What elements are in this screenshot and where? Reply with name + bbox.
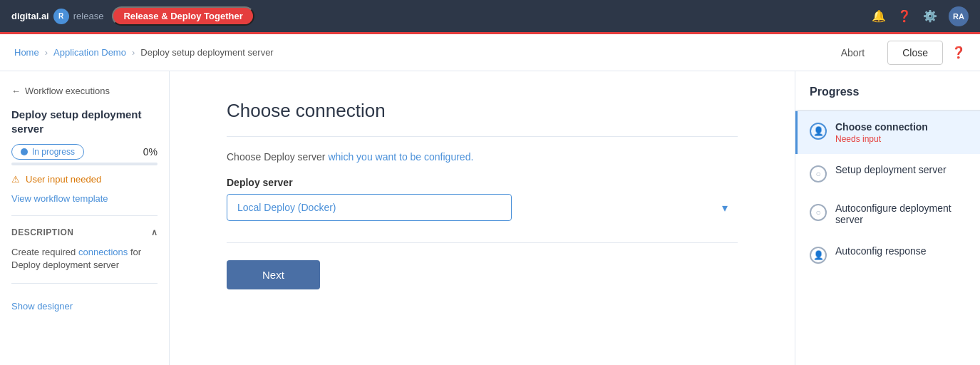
progress-item-2[interactable]: ○ Autoconfigure deployment server (795, 192, 980, 235)
deploy-server-select[interactable]: Local Deploy (Docker) (227, 194, 512, 221)
view-template-link[interactable]: View workflow template (11, 193, 158, 204)
progress-icon-2: ○ (810, 204, 827, 221)
select-wrap: Local Deploy (Docker) ▾ (227, 194, 738, 221)
progress-panel-title: Progress (795, 86, 980, 110)
breadcrumb-current: Deploy setup deployment server (140, 47, 273, 58)
progress-item-1[interactable]: ○ Setup deployment server (795, 154, 980, 192)
show-designer-link[interactable]: Show designer (11, 301, 158, 312)
progress-icon-3: 👤 (810, 247, 827, 264)
back-label: Workflow executions (25, 86, 110, 96)
progress-bar-wrap (11, 163, 158, 165)
release-label: release (73, 11, 104, 21)
back-arrow-icon: ← (11, 86, 21, 96)
subtitle-link[interactable]: which you want to be configured. (328, 151, 473, 163)
breadcrumb-sep2: › (132, 47, 135, 58)
progress-item-label-1: Setup deployment server (835, 164, 966, 175)
logo: digital.ai R release (11, 9, 103, 24)
avatar[interactable]: RA (949, 6, 969, 26)
content-area: Choose connection Choose Deploy server w… (170, 71, 795, 365)
breadcrumb-help-icon[interactable]: ❓ (951, 46, 966, 59)
help-icon[interactable]: ❓ (897, 9, 912, 23)
desc-link[interactable]: connections (78, 247, 128, 257)
desc-collapse-icon[interactable]: ∧ (151, 227, 158, 237)
warning-icon: ⚠ (11, 174, 20, 185)
progress-item-text-2: Autoconfigure deployment server (835, 202, 966, 225)
field-label: Deploy server (227, 177, 738, 188)
progress-item-label-0: Choose connection (835, 121, 966, 133)
sidebar-divider1 (11, 215, 158, 216)
sidebar-divider2 (11, 283, 158, 284)
content-subtitle: Choose Deploy server which you want to b… (227, 151, 738, 163)
progress-percent: 0% (143, 146, 158, 158)
content-divider2 (227, 242, 738, 243)
sidebar-title: Deploy setup deployment server (11, 108, 158, 135)
breadcrumb-sep1: › (45, 47, 48, 58)
progress-item-0[interactable]: 👤 Choose connection Needs input (795, 111, 980, 154)
logo-text: digital.ai (11, 11, 49, 21)
release-icon: R (53, 9, 69, 24)
breadcrumb-bar: Home › Application Demo › Deploy setup d… (0, 34, 980, 71)
release-badge-button[interactable]: Release & Deploy Together (112, 6, 254, 26)
content-title: Choose connection (227, 100, 738, 122)
progress-item-label-3: Autoconfig response (835, 245, 966, 257)
progress-panel: Progress 👤 Choose connection Needs input… (795, 71, 980, 365)
breadcrumb: Home › Application Demo › Deploy setup d… (14, 47, 274, 58)
main-layout: ← Workflow executions Deploy setup deplo… (0, 71, 980, 365)
progress-item-text-3: Autoconfig response (835, 245, 966, 257)
progress-item-text-0: Choose connection Needs input (835, 121, 966, 144)
progress-item-sublabel-0: Needs input (835, 134, 966, 144)
breadcrumb-app-demo[interactable]: Application Demo (53, 47, 126, 58)
content-divider1 (227, 136, 738, 137)
abort-button[interactable]: Abort (827, 41, 879, 64)
nav-right: 🔔 ❓ ⚙️ RA (872, 6, 969, 26)
progress-row: In progress 0% (11, 144, 158, 160)
close-button[interactable]: Close (887, 41, 943, 65)
nav-left: digital.ai R release Release & Deploy To… (11, 6, 254, 26)
user-input-status: ⚠ User input needed (11, 174, 158, 185)
breadcrumb-home[interactable]: Home (14, 47, 39, 58)
progress-icon-1: ○ (810, 165, 827, 182)
chevron-down-icon: ▾ (722, 201, 728, 215)
progress-item-3[interactable]: 👤 Autoconfig response (795, 235, 980, 274)
sidebar: ← Workflow executions Deploy setup deplo… (0, 71, 170, 365)
status-label: In progress (32, 147, 75, 157)
progress-item-label-2: Autoconfigure deployment server (835, 202, 966, 225)
back-nav[interactable]: ← Workflow executions (11, 86, 158, 96)
next-button[interactable]: Next (227, 260, 320, 289)
desc-text: Create required connections for Deploy d… (11, 246, 158, 272)
progress-item-text-1: Setup deployment server (835, 164, 966, 175)
desc-header-label: DESCRIPTION (11, 227, 74, 237)
bell-icon[interactable]: 🔔 (872, 9, 886, 23)
top-nav: digital.ai R release Release & Deploy To… (0, 0, 980, 34)
status-dot-icon (21, 148, 28, 155)
status-badge: In progress (11, 144, 84, 160)
settings-icon[interactable]: ⚙️ (923, 9, 937, 23)
user-input-label: User input needed (26, 174, 101, 185)
progress-icon-0: 👤 (810, 123, 827, 140)
breadcrumb-actions: Abort Close ❓ (827, 41, 966, 65)
desc-header: DESCRIPTION ∧ (11, 227, 158, 237)
